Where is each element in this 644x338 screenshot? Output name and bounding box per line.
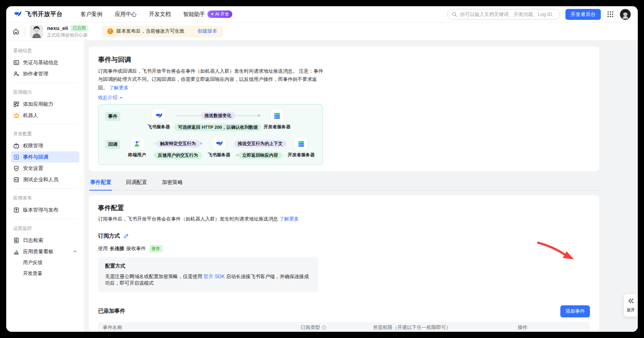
app-name: nexu_eli xyxy=(47,25,68,31)
collaborator-icon xyxy=(13,71,19,77)
config-method-text: 无需注册公网域名或配置加密策略，仅需使用 官方 SDK 启动长连接飞书客户端，并… xyxy=(105,273,311,287)
permission-icon xyxy=(13,143,19,149)
added-events-title: 已添加事件 xyxy=(98,308,125,315)
user-avatar[interactable] xyxy=(620,9,631,20)
search-input[interactable] xyxy=(460,12,555,17)
collapse-intro-link[interactable]: 收起介绍 xyxy=(98,95,123,101)
log-search-icon xyxy=(13,237,19,243)
chevron-up-icon[interactable] xyxy=(73,249,77,254)
divider xyxy=(13,188,77,189)
developer-console-button[interactable]: 开发者后台 xyxy=(565,9,601,20)
sidebar-section-basic: 基础信息 xyxy=(11,44,79,57)
nav-item-appcenter[interactable]: 应用中心 xyxy=(115,11,137,18)
bar-chart-icon xyxy=(13,249,19,255)
add-capability-icon xyxy=(13,101,19,107)
expand-label: 展开 xyxy=(624,307,638,313)
brand-name: 飞书开放平台 xyxy=(25,10,63,18)
home-icon[interactable] xyxy=(12,28,19,35)
event-config-card: 事件配置 订阅事件后，飞书开放平台将会在事件（如机器人入群）发生时向请求地址推送… xyxy=(89,195,599,332)
robot-icon xyxy=(13,112,19,119)
config-method-box: 配置方式 无需注册公网域名或配置加密策略，仅需使用 官方 SDK 启动长连接飞书… xyxy=(98,257,318,292)
column-actions: 操作 xyxy=(518,324,585,331)
sidebar-item-bot[interactable]: 机器人 xyxy=(11,110,79,121)
page-title: 事件与回调 xyxy=(98,55,590,64)
column-subscription-type: 订阅类型 ? xyxy=(300,324,373,331)
app-avatar[interactable] xyxy=(30,25,43,38)
sidebar-item-quality-dashboard[interactable]: 应用质量看板 xyxy=(11,246,79,257)
config-method-title: 配置方式 xyxy=(105,263,311,270)
release-icon xyxy=(13,207,19,213)
callback-badge: 回调 xyxy=(105,140,120,149)
nav-menu: 客户案例 应用中心 开发文档 智能助手 ✦AI 开发 xyxy=(81,11,232,18)
sidebar-item-log-search[interactable]: 日志检索 xyxy=(11,235,79,246)
nav-item-docs[interactable]: 开发文档 xyxy=(149,11,171,18)
tab-event-config[interactable]: 事件配置 xyxy=(89,177,112,191)
warning-text: 版本发布后，当前修改方可生效 xyxy=(116,28,184,35)
tab-encryption-policy[interactable]: 加密策略 xyxy=(161,177,184,190)
expand-panel-tab[interactable]: 展开 xyxy=(624,294,638,317)
app-subtitle: 正式应用@智启心源 xyxy=(47,32,88,38)
credential-icon xyxy=(13,60,19,66)
learn-more-link[interactable]: 了解更多 xyxy=(109,85,128,91)
intro-card: 事件与回调 订阅事件或回调后，飞书开放平台将会在事件（如机器人入群）发生时向请求… xyxy=(89,47,599,171)
app-meta: nexu_eli 已启用 正式应用@智启心源 xyxy=(47,25,88,38)
developer-server-node: 开发者服务器 xyxy=(263,109,291,130)
immediate-response-arrow: 立即返回响应内容 xyxy=(235,151,285,160)
feishu-logo-icon xyxy=(212,137,226,151)
server-icon xyxy=(295,137,308,151)
event-badge: 事件 xyxy=(105,112,120,121)
sidebar-item-dev-quality[interactable]: 开发质量 xyxy=(11,268,79,279)
nav-item-assistant[interactable]: 智能助手 ✦AI 开发 xyxy=(183,11,232,18)
tab-callback-config[interactable]: 回调配置 xyxy=(125,177,148,190)
diagram-row-callback: 回调 终端用户 触发特定交互行为 反馈用户的交互行为 xyxy=(105,137,316,160)
divider xyxy=(25,27,25,36)
global-search[interactable] xyxy=(447,9,560,20)
sidebar-item-credentials[interactable]: 凭证与基础信息 xyxy=(11,57,79,68)
column-event-name: 事件名称 xyxy=(103,324,300,331)
info-circle-icon[interactable]: ? xyxy=(321,325,326,330)
sidebar-item-test-org[interactable]: 测试企业和人员 xyxy=(11,174,79,185)
divider xyxy=(13,82,77,83)
end-user-node: 终端用户 xyxy=(123,137,151,158)
http200-return-arrow: 可选择返回 HTTP 200，以确认收到数据 xyxy=(175,123,261,132)
push-context-arrow: 推送交互行为的上下文 xyxy=(235,140,285,148)
create-version-link[interactable]: 创建版本 xyxy=(198,28,217,35)
long-connection-mode: 长连接 xyxy=(110,245,125,252)
nav-item-cases[interactable]: 客户案例 xyxy=(81,11,102,18)
sidebar: 基础信息 凭证与基础信息 协作者管理 应用能力 添加应用能力 机器人 开发配置 xyxy=(6,40,84,332)
edit-pencil-icon[interactable] xyxy=(123,233,129,239)
sidebar-item-version-release[interactable]: 版本管理与发布 xyxy=(11,204,79,215)
sidebar-section-release: 应用发布 xyxy=(11,192,79,204)
config-tabs: 事件配置 回调配置 加密策略 xyxy=(89,177,599,191)
brand[interactable]: 飞书开放平台 xyxy=(13,10,63,19)
sidebar-item-add-capability[interactable]: 添加应用能力 xyxy=(11,98,79,110)
ai-dev-badge: ✦AI 开发 xyxy=(207,11,232,18)
sidebar-item-user-feedback[interactable]: 用户反馈 xyxy=(11,257,79,268)
sidebar-item-security[interactable]: 安全设置 xyxy=(11,163,79,174)
sidebar-item-events-callbacks[interactable]: 事件与回调 xyxy=(11,151,79,163)
feedback-interaction-arrow: 反馈用户的交互行为 xyxy=(153,151,203,160)
push-data-arrow: 推送数据变化 xyxy=(175,112,261,120)
double-chevron-left-icon xyxy=(628,298,634,304)
sidebar-item-collaborators[interactable]: 协作者管理 xyxy=(11,68,79,79)
apps-grid-icon[interactable] xyxy=(607,11,614,18)
feishu-logo-icon xyxy=(13,10,22,19)
trigger-interaction-arrow: 触发特定交互行为 xyxy=(153,140,203,148)
sidebar-section-monitoring: 运营监控 xyxy=(11,222,79,235)
event-callback-icon xyxy=(13,154,19,160)
learn-more-link[interactable]: 了解更多 xyxy=(279,216,299,222)
sidebar-item-permissions[interactable]: 权限管理 xyxy=(11,140,79,151)
divider xyxy=(13,124,77,124)
top-navigation: 飞书开放平台 客户案例 应用中心 开发文档 智能助手 ✦AI 开发 开发者后台 xyxy=(6,6,638,23)
warning-icon: ! xyxy=(107,28,113,34)
official-sdk-link[interactable]: 官方 SDK xyxy=(204,274,225,279)
status-badge: 已启用 xyxy=(70,25,88,32)
subscription-method-title: 订阅方式 xyxy=(98,233,120,240)
server-icon xyxy=(270,109,284,123)
add-event-button[interactable]: 添加事件 xyxy=(560,305,590,317)
sidebar-section-devconfig: 开发配置 xyxy=(11,128,79,140)
end-user-icon xyxy=(130,137,144,151)
app-header: nexu_eli 已启用 正式应用@智启心源 ! 版本发布后，当前修改方可生效 … xyxy=(6,23,638,40)
main-content: 事件与回调 订阅事件或回调后，飞书开放平台将会在事件（如机器人入群）发生时向请求… xyxy=(84,40,638,332)
divider xyxy=(13,219,77,219)
